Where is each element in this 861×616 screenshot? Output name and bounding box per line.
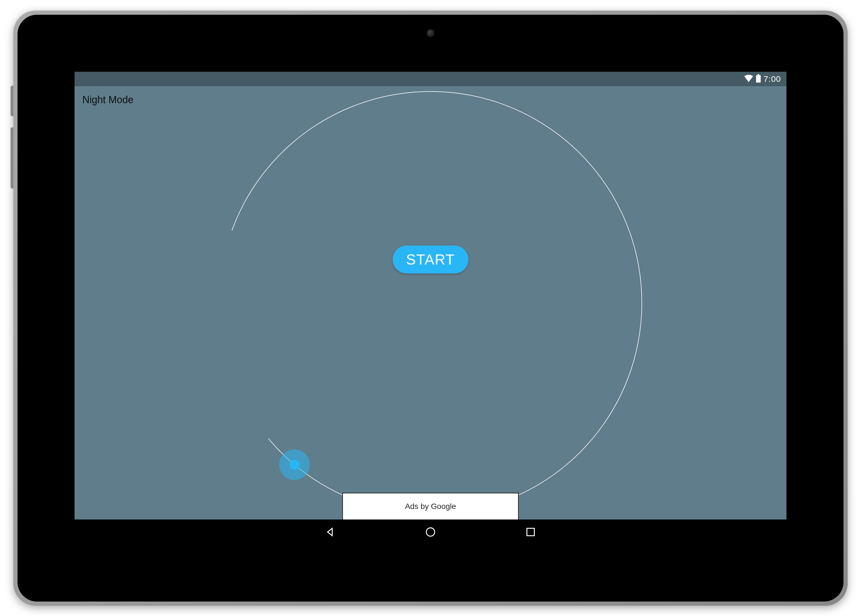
tablet-body: 7:00 Night Mode START Ads by G — [13, 11, 848, 606]
status-bar: 7:00 — [74, 72, 787, 86]
tablet-frame: 7:00 Night Mode START Ads by G — [0, 0, 861, 616]
dial: START — [74, 86, 787, 520]
battery-icon — [756, 74, 761, 84]
back-icon[interactable] — [325, 526, 336, 537]
start-button[interactable]: START — [393, 245, 468, 273]
svg-point-2 — [426, 528, 435, 536]
tablet-side-button-1 — [11, 86, 13, 116]
wifi-icon — [744, 74, 753, 83]
navigation-bar — [74, 520, 787, 545]
dial-arc — [203, 86, 658, 520]
ad-label: Ads by Google — [405, 502, 456, 511]
status-time: 7:00 — [764, 74, 781, 84]
tablet-side-button-2 — [11, 127, 13, 189]
tablet-camera — [427, 29, 434, 37]
screen: 7:00 Night Mode START Ads by G — [74, 72, 787, 545]
home-icon[interactable] — [425, 526, 436, 537]
tablet-bezel: 7:00 Night Mode START Ads by G — [17, 15, 844, 602]
svg-rect-0 — [756, 75, 760, 83]
svg-rect-1 — [757, 74, 759, 75]
dial-handle[interactable] — [279, 449, 310, 480]
recents-icon[interactable] — [525, 526, 536, 537]
dial-handle-core — [289, 460, 300, 470]
svg-rect-3 — [527, 528, 534, 536]
ad-banner[interactable]: Ads by Google — [343, 493, 518, 520]
app-area: Night Mode START Ads by Google — [74, 86, 787, 520]
